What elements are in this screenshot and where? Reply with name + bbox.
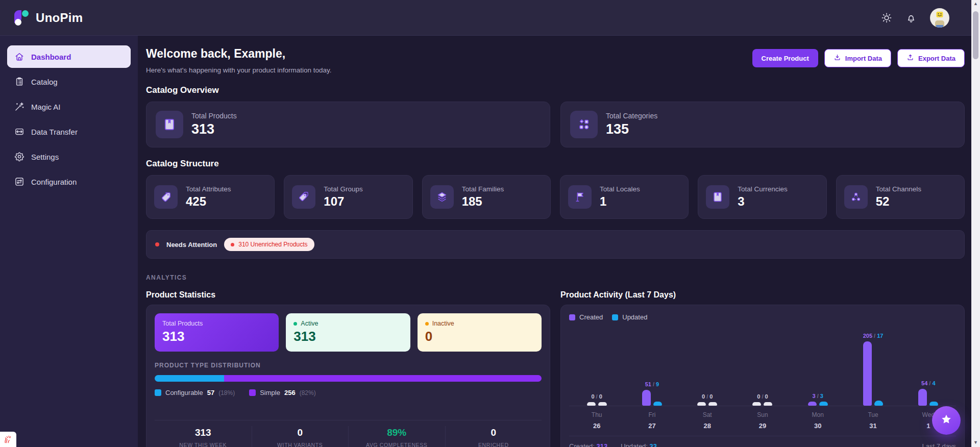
bar-value-label: 205 / 17 (863, 333, 884, 339)
kpi-value: 313 (191, 121, 237, 137)
created-bar (918, 389, 927, 406)
kpi-value: 52 (876, 194, 921, 209)
create-product-button[interactable]: Create Product (752, 49, 818, 67)
kpi-card-total-categories: Total Categories 135 (560, 102, 965, 147)
day-label-sun: Sun 29 (735, 411, 790, 430)
create-product-label: Create Product (762, 55, 809, 62)
red-dot-icon (231, 243, 234, 246)
day-label-sat: Sat 28 (680, 411, 735, 430)
activity-column-thu-26: 0 / 0 (569, 323, 624, 406)
activity-column-fri-27: 51 / 9 (624, 323, 679, 406)
sidebar-item-label: Magic AI (31, 103, 61, 111)
legend-swatch-icon (569, 314, 575, 320)
tag-icon (154, 185, 178, 209)
sidebar-item-dashboard[interactable]: Dashboard (7, 45, 131, 68)
updated-bar (653, 402, 662, 406)
activity-column-tue-31: 205 / 17 (845, 323, 900, 406)
sidebar-item-magic-ai[interactable]: Magic AI (7, 95, 131, 118)
day-date: 27 (624, 422, 679, 430)
sidebar-item-catalog[interactable]: Catalog (7, 70, 131, 93)
footer-stat-value: 0 (252, 427, 349, 438)
scroll-up-arrow-icon[interactable]: ▲ (973, 0, 978, 7)
sidebar: Dashboard Catalog Magic AI Data Transfer… (0, 36, 138, 447)
created-bar (697, 402, 706, 406)
bar-value-label: 0 / 0 (757, 393, 768, 400)
avatar[interactable] (930, 8, 949, 28)
day-date: 26 (569, 422, 624, 430)
sidebar-item-label: Settings (31, 153, 59, 161)
unopim-logo-icon (12, 9, 31, 27)
unenriched-products-badge[interactable]: 310 Unenriched Products (224, 238, 314, 251)
scrollbar-thumb[interactable] (973, 11, 978, 59)
day-label-mon: Mon 30 (790, 411, 845, 430)
legend-swatch-icon (155, 389, 161, 396)
activity-column-sat-28: 0 / 0 (680, 323, 735, 406)
activity-column-wed-1: 54 / 4 (901, 323, 956, 406)
kpi-card-total-currencies: Total Currencies 3 (698, 175, 826, 219)
bar-value-label: 54 / 4 (921, 380, 936, 386)
day-name: Sat (680, 411, 735, 418)
activity-range-label: Last 7 days (922, 442, 957, 447)
kpi-value: 185 (462, 194, 504, 209)
bell-icon[interactable] (905, 12, 917, 23)
scrollbar[interactable]: ▲ ▼ (971, 0, 980, 447)
footer-stat-enriched: 0 ENRICHED (445, 426, 542, 447)
catalog-structure-cards: Total Attributes 425 Total Groups 107 To… (146, 175, 965, 219)
footer-stat-avg-completeness: 89% AVG COMPLETENESS (348, 426, 445, 447)
day-date: 31 (845, 422, 900, 430)
bar-value-label: 0 / 0 (591, 393, 602, 400)
day-name: Thu (569, 411, 624, 418)
book-bookmark-icon (706, 185, 729, 209)
sun-icon[interactable] (881, 12, 892, 23)
kpi-label: Total Products (191, 112, 237, 120)
activity-chart: 0 / 0 51 / 9 0 / 0 0 / 0 3 / 3 (569, 323, 956, 406)
stat-boxes: Total Products 313 Active 313 Inactive 0 (155, 313, 542, 352)
sidebar-item-configuration[interactable]: Configuration (7, 170, 131, 193)
catalog-overview-cards: Total Products 313 Total Categories 135 (146, 102, 965, 147)
kpi-card-total-families: Total Families 185 (422, 175, 551, 219)
unenriched-products-label: 310 Unenriched Products (238, 241, 307, 248)
share-nodes-icon (844, 185, 868, 209)
activity-column-sun-29: 0 / 0 (735, 323, 790, 406)
analytics-section-label: ANALYTICS (146, 274, 965, 281)
upload-icon (906, 54, 914, 63)
updated-total: Updated: 33 (621, 442, 657, 447)
kpi-card-total-locales: Total Locales 1 (560, 175, 689, 219)
needs-attention-bar: Needs Attention 310 Unenriched Products (146, 230, 965, 259)
updated-bar (874, 401, 883, 406)
footer-stat-value: 313 (155, 427, 252, 438)
page-subtitle: Here's what's happening with your produc… (146, 66, 332, 74)
floating-action-button[interactable] (932, 406, 961, 435)
footer-stat-value: 89% (349, 427, 445, 438)
kpi-label: Total Groups (324, 185, 363, 193)
sidebar-item-data-transfer[interactable]: Data Transfer (7, 120, 131, 143)
kpi-label: Total Channels (876, 185, 921, 193)
kpi-card-total-channels: Total Channels 52 (836, 175, 965, 219)
legend-item-simple: Simple256(82%) (249, 389, 315, 396)
export-data-button[interactable]: Export Data (897, 49, 965, 67)
footer-stat-value: 0 (446, 427, 542, 438)
sidebar-item-settings[interactable]: Settings (7, 145, 131, 168)
distribution-bar (155, 375, 542, 382)
import-data-label: Import Data (845, 55, 882, 62)
clipboard-icon (14, 77, 24, 87)
kpi-card-total-groups: Total Groups 107 (284, 175, 412, 219)
footer-stat-label: ENRICHED (446, 442, 542, 447)
import-data-button[interactable]: Import Data (824, 49, 891, 67)
day-name: Tue (845, 411, 900, 418)
scroll-down-arrow-icon[interactable]: ▼ (973, 439, 978, 446)
top-header: UnoPim (0, 0, 980, 36)
stat-card-label: Total Products (162, 320, 271, 327)
day-name: Fri (624, 411, 679, 418)
kpi-value: 425 (186, 194, 231, 209)
data-transfer-icon (14, 127, 24, 137)
magic-wand-icon (14, 102, 24, 112)
download-icon (834, 54, 841, 63)
kpi-label: Total Locales (600, 185, 640, 193)
footer-stat-label: WITH VARIANTS (252, 442, 349, 447)
product-statistics-heading: Product Statistics (146, 290, 550, 300)
day-name: Sun (735, 411, 790, 418)
updated-bar (764, 402, 772, 406)
statistics-footer: 313 NEW THIS WEEK0 WITH VARIANTS89% AVG … (155, 420, 542, 447)
debugbar-icon[interactable] (0, 432, 16, 447)
